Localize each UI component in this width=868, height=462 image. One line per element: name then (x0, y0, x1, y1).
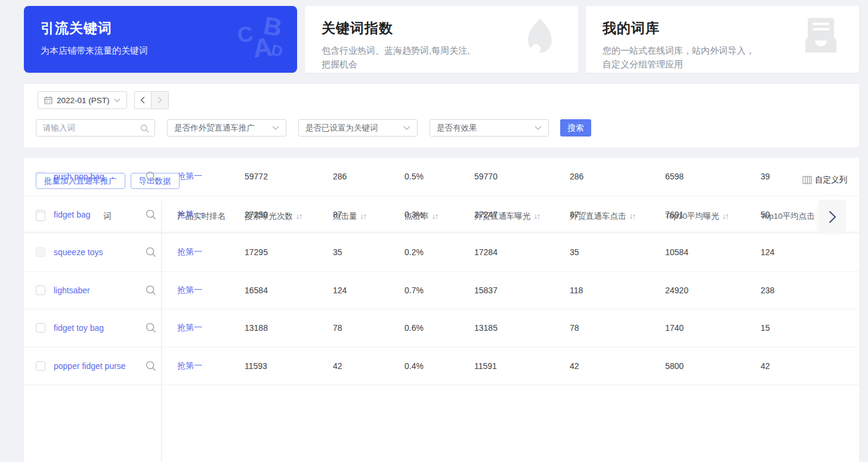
p4p-clicks-value: 42 (570, 361, 665, 371)
scroll-right-button[interactable] (818, 200, 846, 234)
p4p-impressions-value: 15837 (474, 286, 570, 295)
dropdown-p4p-promoted[interactable]: 是否作外贸直通车推广 (167, 119, 286, 137)
table-row: fidget toy bag 抢第一 13188 78 0.6% 13185 7… (24, 309, 859, 348)
dropdown-label: 是否作外贸直通车推广 (174, 123, 255, 134)
card-subtitle: 包含行业热词、蓝海趋势词,每周关注,把握机会 (322, 44, 475, 72)
ctr-value: 0.2% (404, 247, 474, 257)
clicks-value: 124 (333, 286, 404, 295)
column-header-clicks[interactable]: 点击量 (333, 211, 404, 222)
top10-clicks-value: 15 (761, 323, 859, 333)
table-body: push pop bag 抢第一 59772 286 0.5% 59770 28… (24, 158, 859, 385)
keyword-link[interactable]: fidget toy bag (54, 323, 104, 333)
chevron-left-icon (140, 97, 145, 104)
p4p-impressions-value: 11591 (474, 361, 570, 371)
chevron-down-icon (272, 126, 279, 131)
p4p-clicks-value: 35 (570, 247, 665, 257)
keyword-link[interactable]: lightsaber (54, 286, 90, 295)
sort-icon[interactable] (431, 213, 439, 221)
column-header-p4p-clicks[interactable]: 外贸直通车点击 (570, 211, 665, 222)
p4p-impressions-value: 17284 (474, 247, 570, 257)
sort-icon[interactable] (722, 213, 730, 221)
impressions-value: 17295 (245, 247, 333, 257)
column-header-ctr[interactable]: 点击率 (404, 211, 474, 222)
row-checkbox[interactable] (36, 323, 45, 333)
sort-icon[interactable] (533, 213, 541, 221)
row-checkbox[interactable] (36, 247, 45, 257)
date-pager (134, 91, 169, 109)
letters-icon: CBAD (237, 14, 283, 62)
customize-columns-button[interactable]: 自定义列 (802, 175, 847, 185)
impressions-value: 11593 (245, 361, 333, 371)
sort-icon[interactable] (360, 213, 367, 221)
keyword-link[interactable]: push pop bag (54, 172, 104, 181)
keyword-link[interactable]: popper fidget purse (54, 361, 126, 371)
date-label: 2022-01 (PST) (57, 96, 110, 105)
p4p-impressions-value: 13185 (474, 323, 570, 333)
top10-clicks-value: 238 (761, 286, 859, 295)
chevron-right-icon (829, 210, 836, 224)
clicks-value: 42 (333, 361, 404, 371)
rank-link[interactable]: 抢第一 (177, 171, 202, 182)
column-header-p4p-impressions[interactable]: 外贸直通车曝光 (474, 211, 570, 222)
row-checkbox[interactable] (36, 361, 45, 371)
search-icon[interactable] (146, 285, 156, 296)
p4p-clicks-value: 286 (570, 172, 665, 181)
ctr-value: 0.5% (404, 172, 474, 181)
column-header-impressions[interactable]: 搜索曝光次数 (245, 211, 333, 222)
rank-link[interactable]: 抢第一 (177, 361, 202, 371)
keyword-search-input[interactable] (36, 120, 155, 136)
sort-icon[interactable] (295, 213, 303, 221)
search-icon[interactable] (146, 323, 156, 333)
table-row: popper fidget purse 抢第一 11593 42 0.4% 11… (24, 348, 859, 386)
inbox-tray-icon (799, 14, 845, 62)
fixed-column-divider (161, 201, 162, 462)
card-traffic-keywords[interactable]: 引流关键词 为本店铺带来流量的关键词 CBAD (24, 6, 297, 73)
flame-icon (518, 14, 564, 62)
row-checkbox[interactable] (36, 286, 45, 295)
rank-link[interactable]: 抢第一 (177, 285, 202, 296)
date-select[interactable]: 2022-01 (PST) (38, 91, 127, 109)
columns-icon (802, 176, 812, 184)
top10-impressions-value: 6598 (665, 172, 761, 181)
date-row: 2022-01 (PST) (38, 91, 169, 109)
filter-panel: 2022-01 (PST) 是否作外贸直通车推广 (24, 84, 859, 147)
keyword-link[interactable]: fidget bag (54, 210, 91, 219)
impressions-value: 59772 (245, 172, 333, 181)
clicks-value: 78 (333, 323, 404, 333)
next-month-button[interactable] (152, 91, 169, 109)
prev-month-button[interactable] (134, 91, 152, 109)
search-icon[interactable] (146, 247, 156, 258)
rank-link[interactable]: 抢第一 (177, 247, 202, 258)
search-button[interactable]: 搜索 (560, 119, 591, 137)
impressions-value: 16584 (245, 286, 333, 295)
top10-impressions-value: 5800 (665, 361, 761, 371)
chevron-right-icon (157, 97, 162, 104)
search-icon[interactable] (146, 171, 156, 182)
top10-impressions-value: 24920 (665, 286, 761, 295)
column-header-top10-impressions[interactable]: Top10平均曝光 (665, 211, 761, 222)
top10-impressions-value: 10584 (665, 247, 761, 257)
dropdown-effective[interactable]: 是否有效果 (430, 119, 549, 137)
select-all-checkbox[interactable] (36, 212, 45, 221)
keyword-link[interactable]: squeeze toys (54, 247, 103, 257)
top10-impressions-value: 1740 (665, 323, 761, 333)
table-row: push pop bag 抢第一 59772 286 0.5% 59770 28… (24, 158, 859, 196)
card-my-lexicon[interactable]: 我的词库 您的一站式在线词库，站内外词导入，自定义分组管理应用 (586, 6, 859, 73)
dropdown-label: 是否有效果 (437, 123, 477, 134)
card-keyword-index[interactable]: 关键词指数 包含行业热词、蓝海趋势词,每周关注,把握机会 (305, 6, 578, 73)
top10-clicks-value: 124 (761, 247, 859, 257)
column-header-rank: 产品实时排名 (161, 211, 245, 222)
customize-columns-label: 自定义列 (815, 175, 847, 185)
rank-link[interactable]: 抢第一 (177, 323, 202, 333)
keyword-analytics-page: 引流关键词 为本店铺带来流量的关键词 CBAD 关键词指数 包含行业热词、蓝海趋… (0, 0, 868, 462)
top10-clicks-value: 42 (761, 361, 859, 371)
calendar-icon (44, 96, 52, 104)
chevron-down-icon (114, 98, 121, 103)
dropdown-keyword-set[interactable]: 是否已设置为关键词 (298, 119, 418, 137)
sort-icon[interactable] (629, 213, 637, 221)
ctr-value: 0.4% (404, 361, 474, 371)
search-icon[interactable] (146, 361, 156, 371)
p4p-clicks-value: 78 (570, 323, 665, 333)
dropdown-label: 是否已设置为关键词 (305, 123, 378, 134)
search-icon[interactable] (146, 209, 156, 220)
